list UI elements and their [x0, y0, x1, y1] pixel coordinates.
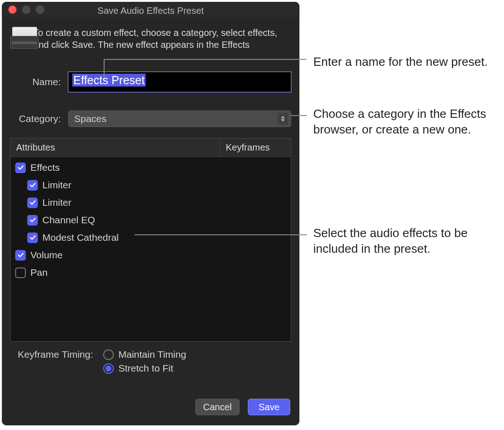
attribute-label: Effects — [30, 162, 60, 173]
maintain-timing-label: Maintain Timing — [118, 349, 186, 360]
category-dropdown[interactable]: Spaces — [68, 110, 291, 127]
name-input[interactable]: Effects Preset — [68, 72, 291, 92]
cancel-button[interactable]: Cancel — [195, 399, 240, 415]
chevron-updown-icon — [278, 113, 288, 125]
col-attributes[interactable]: Attributes — [11, 139, 220, 157]
table-row[interactable]: Channel EQ — [11, 211, 291, 229]
stretch-to-fit-label: Stretch to Fit — [118, 363, 173, 374]
save-button[interactable]: Save — [248, 399, 290, 415]
maintain-timing-radio[interactable] — [103, 349, 114, 360]
intro-text: To create a custom effect, choose a cate… — [34, 27, 291, 51]
table-body: EffectsLimiterLimiterChannel EQModest Ca… — [11, 157, 291, 341]
titlebar: Save Audio Effects Preset — [2, 2, 299, 17]
attribute-checkbox[interactable] — [27, 180, 38, 191]
minimize-window-button[interactable] — [22, 6, 30, 14]
table-row[interactable]: Limiter — [11, 176, 291, 194]
attribute-checkbox[interactable] — [27, 215, 38, 226]
callout-leader — [104, 59, 306, 60]
save-preset-dialog: Save Audio Effects Preset To create a cu… — [2, 2, 299, 425]
zoom-window-button[interactable] — [36, 6, 44, 14]
attributes-table: Attributes Keyframes EffectsLimiterLimit… — [10, 138, 291, 342]
preset-icon — [10, 27, 26, 48]
name-input-value: Effects Preset — [72, 74, 146, 87]
callout-leader — [135, 234, 307, 235]
callout-name: Enter a name for the new preset. — [313, 54, 498, 70]
attribute-label: Modest Cathedral — [42, 232, 119, 243]
attribute-checkbox[interactable] — [15, 250, 26, 261]
callout-leader — [290, 115, 307, 116]
window-controls — [8, 6, 44, 14]
callout-category: Choose a category in the Effects browser… — [313, 106, 498, 138]
table-row[interactable]: Effects — [11, 159, 291, 176]
attribute-checkbox[interactable] — [15, 267, 26, 278]
table-row[interactable]: Modest Cathedral — [11, 229, 291, 246]
close-window-button[interactable] — [8, 6, 17, 14]
callout-leader — [104, 59, 105, 77]
stretch-to-fit-radio[interactable] — [103, 363, 114, 374]
category-label: Category: — [10, 113, 61, 124]
window-title: Save Audio Effects Preset — [2, 3, 299, 17]
intro-row: To create a custom effect, choose a cate… — [2, 17, 299, 54]
table-row[interactable]: Limiter — [11, 194, 291, 211]
col-keyframes[interactable]: Keyframes — [220, 139, 291, 157]
attribute-checkbox[interactable] — [27, 198, 38, 208]
table-row[interactable]: Pan — [11, 264, 291, 281]
category-value: Spaces — [74, 113, 106, 124]
attribute-checkbox[interactable] — [27, 232, 38, 243]
table-header: Attributes Keyframes — [11, 139, 291, 157]
attribute-label: Limiter — [42, 197, 71, 208]
attribute-checkbox[interactable] — [15, 163, 26, 173]
attribute-label: Volume — [30, 250, 63, 261]
keyframe-timing-label: Keyframe Timing: — [10, 349, 93, 374]
name-label: Name: — [10, 76, 61, 87]
table-row[interactable]: Volume — [11, 246, 291, 264]
attribute-label: Channel EQ — [42, 215, 95, 226]
attribute-label: Limiter — [42, 180, 71, 191]
attribute-label: Pan — [30, 267, 47, 278]
callout-effects: Select the audio effects to be included … — [313, 226, 498, 257]
